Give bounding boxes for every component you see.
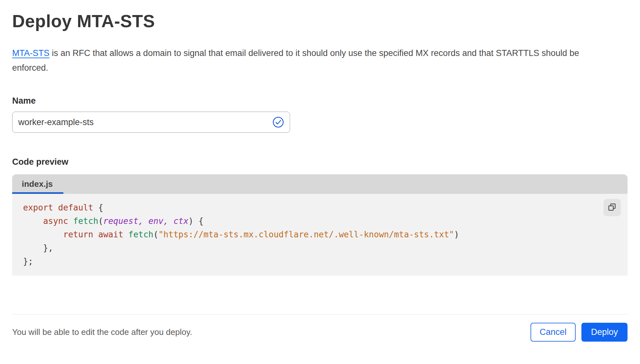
tab-label: index.js [22, 179, 53, 189]
code-line: }, [23, 241, 605, 255]
deploy-button[interactable]: Deploy [581, 323, 628, 342]
code-editor: export default { async fetch(request, en… [12, 194, 628, 276]
code-preview-block: index.js export default { async fetch(re… [12, 174, 628, 276]
footer-actions: Cancel Deploy [531, 323, 628, 342]
code-line: export default { [23, 201, 605, 214]
description-text: MTA-STS is an RFC that allows a domain t… [12, 46, 617, 75]
copy-code-button[interactable] [604, 199, 621, 216]
name-input-wrap [12, 112, 290, 133]
code-line: }; [23, 255, 605, 268]
copy-icon [607, 202, 617, 213]
cancel-button[interactable]: Cancel [531, 323, 576, 342]
page-title: Deploy MTA-STS [12, 11, 628, 32]
name-field-label: Name [12, 96, 628, 106]
tab-index-js[interactable]: index.js [12, 174, 63, 194]
code-content: export default { async fetch(request, en… [23, 201, 605, 268]
footer: You will be able to edit the code after … [12, 323, 628, 342]
description-rest: is an RFC that allows a domain to signal… [12, 48, 579, 73]
deploy-mta-sts-page: Deploy MTA-STS MTA-STS is an RFC that al… [0, 11, 640, 342]
name-input[interactable] [12, 112, 290, 133]
footer-note: You will be able to edit the code after … [12, 327, 192, 337]
code-line: async fetch(request, env, ctx) { [23, 214, 605, 228]
code-preview-heading: Code preview [12, 157, 628, 167]
footer-divider [12, 314, 628, 314]
mta-sts-link[interactable]: MTA-STS [12, 48, 50, 58]
code-line: return await fetch("https://mta-sts.mx.c… [23, 228, 605, 241]
code-tab-bar: index.js [12, 174, 628, 194]
